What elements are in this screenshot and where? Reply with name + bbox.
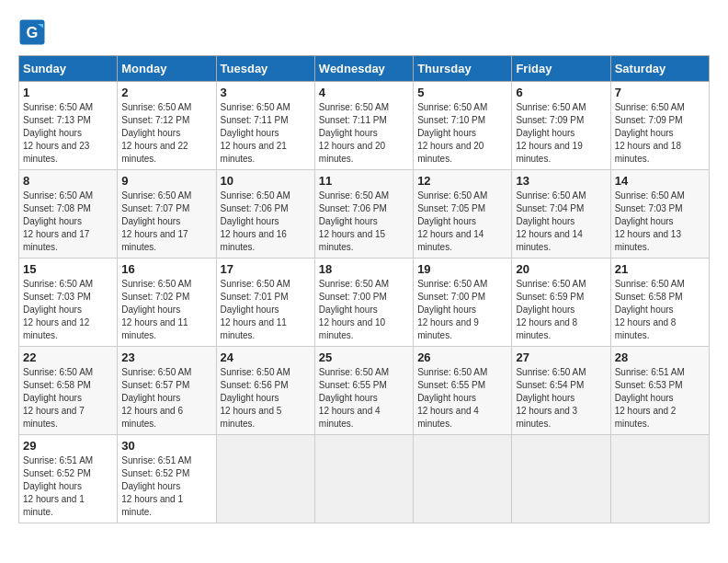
day-info: Sunrise: 6:51 AMSunset: 6:53 PMDaylight … [615,367,685,429]
calendar-cell: 29Sunrise: 6:51 AMSunset: 6:52 PMDayligh… [19,435,118,523]
day-info: Sunrise: 6:50 AMSunset: 7:00 PMDaylight … [417,279,487,340]
day-number: 28 [615,350,705,364]
day-number: 27 [516,350,606,364]
day-header-saturday: Saturday [610,56,709,82]
day-info: Sunrise: 6:50 AMSunset: 7:00 PMDaylight … [319,279,389,340]
day-info: Sunrise: 6:50 AMSunset: 7:06 PMDaylight … [319,190,389,252]
day-header-sunday: Sunday [19,56,118,82]
calendar-cell: 24Sunrise: 6:50 AMSunset: 6:56 PMDayligh… [216,347,314,435]
day-info: Sunrise: 6:50 AMSunset: 7:04 PMDaylight … [516,190,586,252]
calendar-cell: 3Sunrise: 6:50 AMSunset: 7:11 PMDaylight… [216,82,314,170]
calendar-week-2: 8Sunrise: 6:50 AMSunset: 7:08 PMDaylight… [19,170,710,259]
calendar-cell: 15Sunrise: 6:50 AMSunset: 7:03 PMDayligh… [19,259,118,347]
calendar-cell: 27Sunrise: 6:50 AMSunset: 6:54 PMDayligh… [512,347,610,435]
calendar-cell: 5Sunrise: 6:50 AMSunset: 7:10 PMDaylight… [414,82,512,170]
calendar-cell: 9Sunrise: 6:50 AMSunset: 7:07 PMDaylight… [118,170,216,259]
day-number: 1 [23,86,113,99]
day-number: 3 [221,86,311,99]
day-number: 22 [23,350,113,364]
day-number: 25 [319,350,409,364]
day-header-wednesday: Wednesday [314,56,413,82]
day-info: Sunrise: 6:50 AMSunset: 7:11 PMDaylight … [319,102,389,164]
day-info: Sunrise: 6:50 AMSunset: 6:58 PMDaylight … [23,367,93,429]
day-number: 18 [319,262,409,276]
day-info: Sunrise: 6:50 AMSunset: 7:02 PMDaylight … [121,279,191,340]
calendar-cell: 26Sunrise: 6:50 AMSunset: 6:55 PMDayligh… [414,347,512,435]
day-number: 29 [23,439,113,453]
day-info: Sunrise: 6:50 AMSunset: 6:55 PMDaylight … [319,367,389,429]
day-number: 8 [23,174,113,188]
calendar-week-1: 1Sunrise: 6:50 AMSunset: 7:13 PMDaylight… [19,82,710,170]
day-number: 16 [121,262,211,276]
day-number: 7 [615,86,705,99]
day-number: 23 [121,350,211,364]
day-number: 30 [121,439,211,453]
day-info: Sunrise: 6:50 AMSunset: 6:57 PMDaylight … [121,367,191,429]
day-number: 2 [121,86,211,99]
day-info: Sunrise: 6:50 AMSunset: 7:12 PMDaylight … [121,102,191,164]
day-number: 4 [319,86,409,99]
day-info: Sunrise: 6:51 AMSunset: 6:52 PMDaylight … [121,455,191,517]
day-number: 14 [615,174,705,188]
day-header-monday: Monday [118,56,216,82]
day-number: 21 [615,262,705,276]
calendar-header-row: SundayMondayTuesdayWednesdayThursdayFrid… [19,56,710,82]
calendar-cell [610,435,709,523]
day-info: Sunrise: 6:50 AMSunset: 7:09 PMDaylight … [615,102,685,164]
calendar-cell: 18Sunrise: 6:50 AMSunset: 7:00 PMDayligh… [314,259,413,347]
calendar-cell: 1Sunrise: 6:50 AMSunset: 7:13 PMDaylight… [19,82,118,170]
day-number: 20 [516,262,606,276]
day-number: 6 [516,86,606,99]
calendar-cell [414,435,512,523]
day-info: Sunrise: 6:50 AMSunset: 6:54 PMDaylight … [516,367,586,429]
calendar-cell: 23Sunrise: 6:50 AMSunset: 6:57 PMDayligh… [118,347,216,435]
day-number: 19 [417,262,507,276]
day-info: Sunrise: 6:50 AMSunset: 7:03 PMDaylight … [615,190,685,252]
day-info: Sunrise: 6:50 AMSunset: 7:11 PMDaylight … [221,102,290,164]
day-number: 24 [221,350,311,364]
calendar-cell: 22Sunrise: 6:50 AMSunset: 6:58 PMDayligh… [19,347,118,435]
calendar-cell: 30Sunrise: 6:51 AMSunset: 6:52 PMDayligh… [118,435,216,523]
day-info: Sunrise: 6:50 AMSunset: 7:08 PMDaylight … [23,190,93,252]
day-number: 13 [516,174,606,188]
calendar-cell: 11Sunrise: 6:50 AMSunset: 7:06 PMDayligh… [314,170,413,259]
day-info: Sunrise: 6:50 AMSunset: 6:59 PMDaylight … [516,279,586,340]
day-info: Sunrise: 6:50 AMSunset: 6:55 PMDaylight … [417,367,487,429]
calendar-cell [512,435,610,523]
day-number: 12 [417,174,507,188]
calendar-cell: 21Sunrise: 6:50 AMSunset: 6:58 PMDayligh… [610,259,709,347]
day-info: Sunrise: 6:50 AMSunset: 7:06 PMDaylight … [221,190,290,252]
calendar-cell: 4Sunrise: 6:50 AMSunset: 7:11 PMDaylight… [314,82,413,170]
calendar-cell: 6Sunrise: 6:50 AMSunset: 7:09 PMDaylight… [512,82,610,170]
calendar-cell: 14Sunrise: 6:50 AMSunset: 7:03 PMDayligh… [610,170,709,259]
calendar-table: SundayMondayTuesdayWednesdayThursdayFrid… [18,55,710,523]
day-info: Sunrise: 6:50 AMSunset: 7:13 PMDaylight … [23,102,93,164]
calendar-cell: 7Sunrise: 6:50 AMSunset: 7:09 PMDaylight… [610,82,709,170]
calendar-cell: 19Sunrise: 6:50 AMSunset: 7:00 PMDayligh… [414,259,512,347]
calendar-cell: 16Sunrise: 6:50 AMSunset: 7:02 PMDayligh… [118,259,216,347]
day-number: 26 [417,350,507,364]
day-info: Sunrise: 6:50 AMSunset: 7:07 PMDaylight … [121,190,191,252]
day-number: 17 [221,262,311,276]
day-info: Sunrise: 6:50 AMSunset: 7:01 PMDaylight … [221,279,290,340]
calendar-week-4: 22Sunrise: 6:50 AMSunset: 6:58 PMDayligh… [19,347,710,435]
day-number: 11 [319,174,409,188]
calendar-cell [216,435,314,523]
day-number: 10 [221,174,311,188]
calendar-week-5: 29Sunrise: 6:51 AMSunset: 6:52 PMDayligh… [19,435,710,523]
day-number: 9 [121,174,211,188]
calendar-cell: 13Sunrise: 6:50 AMSunset: 7:04 PMDayligh… [512,170,610,259]
calendar-week-3: 15Sunrise: 6:50 AMSunset: 7:03 PMDayligh… [19,259,710,347]
page-header: G [18,18,710,46]
calendar-cell: 17Sunrise: 6:50 AMSunset: 7:01 PMDayligh… [216,259,314,347]
day-info: Sunrise: 6:50 AMSunset: 7:09 PMDaylight … [516,102,586,164]
svg-text:G: G [27,24,39,40]
day-info: Sunrise: 6:51 AMSunset: 6:52 PMDaylight … [23,455,93,517]
calendar-cell: 10Sunrise: 6:50 AMSunset: 7:06 PMDayligh… [216,170,314,259]
day-header-tuesday: Tuesday [216,56,314,82]
logo: G [18,18,50,46]
day-header-friday: Friday [512,56,610,82]
day-number: 15 [23,262,113,276]
calendar-cell: 25Sunrise: 6:50 AMSunset: 6:55 PMDayligh… [314,347,413,435]
day-info: Sunrise: 6:50 AMSunset: 6:58 PMDaylight … [615,279,685,340]
